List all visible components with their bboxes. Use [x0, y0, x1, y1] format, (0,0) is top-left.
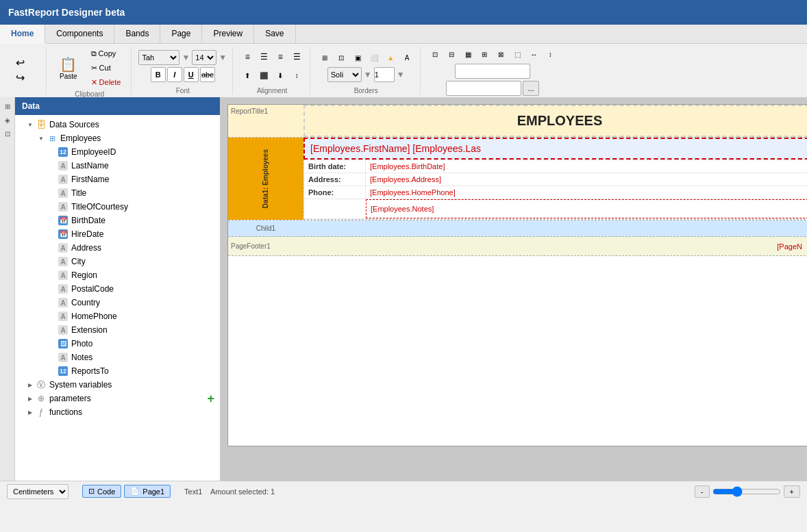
field-city[interactable]: A City [15, 255, 220, 268]
tab-components[interactable]: Components [45, 25, 114, 43]
underline-button[interactable]: U [184, 67, 199, 82]
border-none-button[interactable]: ⬜ [367, 50, 382, 65]
extra-dots-button[interactable]: ... [523, 81, 539, 96]
tab-bands[interactable]: Bands [114, 25, 160, 43]
valign-top-button[interactable]: ⬆ [240, 68, 255, 83]
tree-functions[interactable]: ▶ ƒ functions [15, 405, 220, 419]
field-address[interactable]: A Address [15, 241, 220, 255]
birthdate-value[interactable]: [Employees.BirthDate] [366, 160, 807, 173]
border-width-input[interactable] [374, 67, 395, 82]
child-band: Child1 [228, 220, 807, 237]
align-justify-button[interactable]: ☰ [289, 49, 304, 64]
sysvar-toggle[interactable]: ▶ [26, 381, 34, 389]
page1-icon: 📄 [130, 487, 140, 496]
field-birthdate[interactable]: 📅 BirthDate [15, 214, 220, 227]
field-lastname[interactable]: A LastName [15, 159, 220, 173]
field-postalcode[interactable]: A PostalCode [15, 282, 220, 296]
text-direction-button[interactable]: ↕ [289, 68, 304, 83]
datasources-toggle[interactable]: ▼ [26, 121, 34, 129]
field-reportsto[interactable]: 12 ReportsTo [15, 364, 220, 378]
strikethrough-button[interactable]: abc [200, 67, 215, 82]
sidebar-icon-1[interactable]: ⊞ [1, 100, 14, 112]
field-date-icon-1: 📅 [58, 215, 69, 226]
text1-name-input[interactable]: Text1 [455, 64, 530, 79]
zoom-plus-button[interactable]: + [784, 485, 800, 498]
transform-btn-8[interactable]: ↕ [543, 47, 558, 62]
field-titleofcourtesy[interactable]: A TitleOfCourtesy [15, 200, 220, 214]
undo-button[interactable]: ↩ [11, 55, 29, 69]
valign-middle-button[interactable]: ⬛ [256, 68, 271, 83]
paste-button[interactable]: 📋 Paste [53, 51, 84, 85]
notes-value[interactable]: [Employees.Notes] [366, 199, 807, 218]
align-center-button[interactable]: ☰ [256, 49, 271, 64]
phone-value[interactable]: [Employees.HomePhone] [366, 186, 807, 199]
unit-select[interactable]: Centimeters [7, 484, 69, 499]
bold-button[interactable]: B [151, 67, 166, 82]
font-name-select[interactable]: Tah [138, 50, 179, 65]
field-photo[interactable]: 🖼 Photo [15, 337, 220, 351]
page1-button[interactable]: 📄 Page1 [124, 485, 171, 498]
text-color-button[interactable]: A [399, 50, 414, 65]
field-region[interactable]: A Region [15, 268, 220, 282]
sidebar-icon-3[interactable]: ⊡ [1, 127, 14, 140]
tree-data-sources[interactable]: ▼ 🗄 Data Sources [15, 118, 220, 131]
add-param-button[interactable]: + [207, 392, 214, 406]
tab-save[interactable]: Save [254, 25, 295, 43]
valign-bottom-button[interactable]: ⬇ [273, 68, 288, 83]
employees-toggle[interactable]: ▼ [37, 134, 45, 142]
align-right-button[interactable]: ≡ [273, 49, 288, 64]
sidebar-icon-2[interactable]: ◈ [1, 114, 14, 126]
delete-button[interactable]: ✕ Delete [86, 75, 126, 89]
field-hiredate[interactable]: 📅 HireDate [15, 227, 220, 241]
employees-table-icon: ⊞ [47, 133, 58, 144]
font-size-select[interactable]: 14 [192, 50, 216, 65]
field-str-icon-12: A [58, 352, 69, 363]
borders-label: Borders [317, 86, 414, 94]
fill-color-button[interactable]: ▲ [383, 50, 398, 65]
field-title[interactable]: A Title [15, 186, 220, 200]
align-left-button[interactable]: ≡ [240, 49, 255, 64]
transform-btn-2[interactable]: ⊟ [444, 47, 459, 62]
border-outer-button[interactable]: ▣ [350, 50, 365, 65]
zoom-minus-button[interactable]: - [695, 485, 710, 498]
functions-toggle[interactable]: ▶ [26, 408, 34, 416]
transform-btn-6[interactable]: ⬚ [510, 47, 525, 62]
transform-btn-7[interactable]: ↔ [526, 47, 541, 62]
alignment-label: Alignment [240, 86, 304, 94]
field-str-icon-4: A [58, 201, 69, 212]
tree-parameters[interactable]: ▶ ⊕ parameters + [15, 392, 220, 405]
ribbon-content: ↩ ↪ 📋 Paste ⧉ Copy ✂ Cut ✕ [0, 44, 807, 97]
field-country[interactable]: A Country [15, 296, 220, 309]
transform-btn-1[interactable]: ⊡ [427, 47, 443, 62]
tree-system-variables[interactable]: ▶ Ⓥ System variables [15, 378, 220, 392]
transform-btn-5[interactable]: ⊠ [493, 47, 508, 62]
field-employeeid[interactable]: 12 EmployeeID [15, 145, 220, 159]
report-canvas: ReportTitle1 EMPLOYEES Data1: Employees … [227, 104, 807, 446]
border-all-button[interactable]: ⊞ [317, 50, 332, 65]
italic-button[interactable]: I [167, 67, 182, 82]
redo-button[interactable]: ↪ [11, 71, 29, 84]
border-style-select[interactable]: Soli [327, 67, 362, 82]
params-toggle[interactable]: ▶ [26, 394, 34, 403]
copy-button[interactable]: ⧉ Copy [86, 47, 126, 60]
address-value[interactable]: [Employees.Address] [366, 173, 807, 186]
code-button[interactable]: ⊡ Code [82, 485, 121, 498]
field-notes[interactable]: A Notes [15, 351, 220, 364]
tab-home[interactable]: Home [0, 25, 45, 44]
tab-preview[interactable]: Preview [202, 25, 254, 43]
tab-page[interactable]: Page [160, 25, 202, 43]
border-inner-button[interactable]: ⊡ [334, 50, 349, 65]
tree-employees[interactable]: ▼ ⊞ Employees [15, 131, 220, 145]
transform-btn-4[interactable]: ⊞ [477, 47, 492, 62]
field-homephone[interactable]: A HomePhone [15, 309, 220, 323]
zoom-slider[interactable] [712, 486, 781, 497]
employee-name-row[interactable]: [Employees.FirstName] [Employees.Las [303, 138, 807, 160]
field-firstname[interactable]: A FirstName [15, 173, 220, 186]
transform-btn-3[interactable]: ▦ [460, 47, 475, 62]
cut-button[interactable]: ✂ Cut [86, 61, 126, 75]
status-bar: Centimeters ⊡ Code 📄 Page1 Text1 Amount … [0, 481, 807, 501]
field-extension[interactable]: A Extension [15, 323, 220, 337]
canvas-area[interactable]: ReportTitle1 EMPLOYEES Data1: Employees … [221, 97, 807, 481]
text1-value-input[interactable]: EMPLOYEES [446, 81, 521, 96]
report-title-text[interactable]: EMPLOYEES [303, 105, 807, 137]
